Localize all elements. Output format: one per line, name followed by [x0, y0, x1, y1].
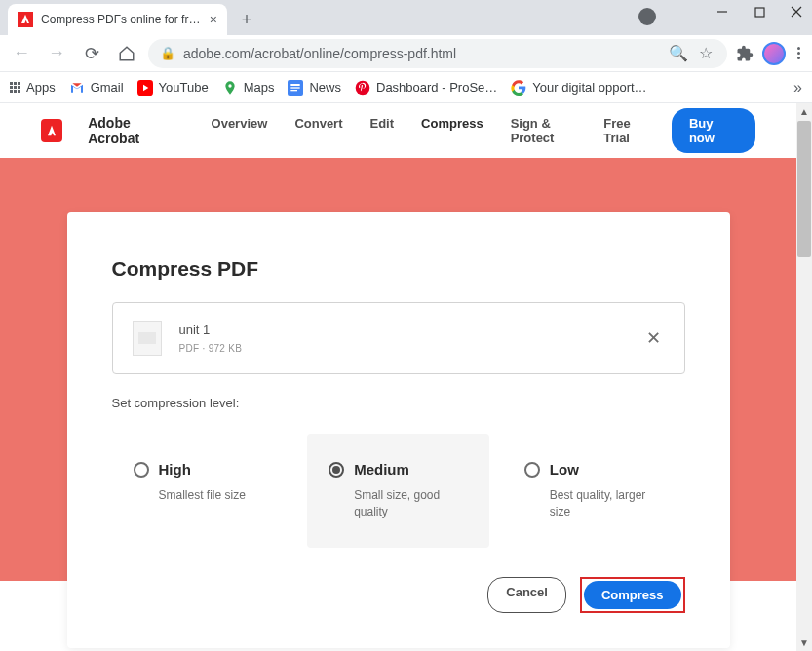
bookmark-label: News [309, 80, 341, 95]
url-text: adobe.com/acrobat/online/compress-pdf.ht… [183, 46, 661, 61]
bookmark-maps[interactable]: Maps [222, 80, 275, 96]
svg-point-6 [228, 84, 231, 87]
bookmark-apps[interactable]: Apps [10, 80, 56, 95]
bookmark-label: YouTube [159, 80, 209, 95]
bookmark-opportunity[interactable]: Your digital opport… [511, 80, 646, 96]
bookmark-label: Dashboard - ProSe… [376, 80, 497, 95]
svg-rect-10 [291, 90, 298, 91]
option-desc: Small size, good quality [354, 487, 468, 520]
address-bar-row: ← → ⟳ 🔒 adobe.com/acrobat/online/compres… [0, 35, 812, 72]
radio-high[interactable] [134, 462, 149, 478]
zoom-icon[interactable]: 🔍 [669, 44, 688, 63]
buy-now-button[interactable]: Buy now [672, 108, 755, 153]
bookmark-star-icon[interactable]: ☆ [696, 44, 715, 63]
svg-rect-8 [291, 84, 300, 86]
browser-titlebar: Compress PDFs online for free | A × + [0, 0, 812, 35]
reload-button[interactable]: ⟳ [78, 40, 105, 67]
forward-button[interactable]: → [43, 40, 70, 67]
gmail-icon [69, 80, 85, 96]
nav-sign[interactable]: Sign & Protect [511, 116, 577, 145]
bookmark-gmail[interactable]: Gmail [69, 80, 124, 96]
address-bar[interactable]: 🔒 adobe.com/acrobat/online/compress-pdf.… [148, 39, 727, 68]
page-viewport: Adobe Acrobat Overview Convert Edit Comp… [0, 103, 812, 651]
hero-section: Compress PDF unit 1 PDF · 972 KB ✕ Set c… [0, 158, 796, 651]
radio-medium[interactable] [329, 462, 344, 478]
new-tab-button[interactable]: + [233, 6, 260, 33]
nav-convert[interactable]: Convert [294, 116, 342, 145]
close-window-button[interactable] [789, 4, 804, 19]
brand-label: Adobe Acrobat [88, 115, 177, 146]
maps-icon [222, 80, 238, 96]
bookmark-label: Gmail [91, 80, 124, 95]
nav-trial[interactable]: Free Trial [603, 116, 646, 145]
site-nav: Overview Convert Edit Compress Sign & Pr… [212, 116, 646, 145]
maximize-button[interactable] [752, 4, 767, 19]
bookmark-label: Maps [244, 80, 275, 95]
tab-close-icon[interactable]: × [210, 12, 217, 27]
option-desc: Best quality, larger size [550, 487, 664, 520]
compress-button[interactable]: Compress [584, 581, 681, 609]
option-low[interactable]: Low Best quality, larger size [503, 434, 685, 548]
bookmark-news[interactable]: News [288, 80, 341, 96]
bookmark-dashboard[interactable]: Dashboard - ProSe… [355, 80, 497, 96]
option-title: Low [550, 461, 579, 478]
bookmark-label: Apps [26, 80, 56, 95]
nav-compress[interactable]: Compress [421, 116, 483, 145]
bookmarks-bar: Apps Gmail YouTube Maps News Dashboard -… [0, 72, 812, 103]
file-info: unit 1 PDF · 972 KB [179, 323, 625, 354]
adobe-logo-icon[interactable] [41, 119, 62, 142]
youtube-icon [137, 80, 153, 96]
compression-options: High Smallest file size Medium Small siz… [112, 434, 685, 548]
scroll-thumb[interactable] [797, 121, 811, 257]
site-header: Adobe Acrobat Overview Convert Edit Comp… [0, 103, 796, 158]
option-high[interactable]: High Smallest file size [112, 434, 294, 548]
browser-tab[interactable]: Compress PDFs online for free | A × [8, 4, 227, 35]
option-desc: Smallest file size [159, 487, 273, 504]
back-button[interactable]: ← [8, 40, 35, 67]
pinterest-icon [355, 80, 370, 96]
svg-rect-9 [291, 87, 300, 88]
home-button[interactable] [113, 40, 140, 67]
google-icon [511, 80, 526, 96]
tab-title: Compress PDFs online for free | A [41, 13, 202, 26]
adobe-favicon [18, 12, 33, 27]
apps-grid-icon [10, 82, 20, 93]
window-controls [715, 4, 804, 19]
option-medium[interactable]: Medium Small size, good quality [307, 434, 489, 548]
lock-icon: 🔒 [160, 46, 175, 60]
browser-menu-button[interactable] [793, 43, 804, 63]
cancel-button[interactable]: Cancel [487, 577, 566, 613]
card-title: Compress PDF [112, 257, 685, 281]
remove-file-button[interactable]: ✕ [642, 324, 665, 353]
compress-button-highlight: Compress [580, 577, 685, 613]
radio-low[interactable] [524, 462, 540, 478]
scroll-up-icon[interactable]: ▲ [799, 106, 809, 117]
option-title: Medium [354, 461, 409, 478]
selected-file-box: unit 1 PDF · 972 KB ✕ [112, 302, 685, 374]
compress-card: Compress PDF unit 1 PDF · 972 KB ✕ Set c… [67, 212, 730, 648]
compression-level-label: Set compression level: [112, 396, 685, 410]
option-title: High [159, 461, 191, 478]
news-icon [288, 80, 303, 96]
bookmarks-overflow-icon[interactable]: » [793, 79, 802, 96]
scroll-down-icon[interactable]: ▼ [799, 637, 809, 648]
bookmark-youtube[interactable]: YouTube [137, 80, 209, 96]
profile-avatar[interactable] [762, 42, 786, 65]
minimize-button[interactable] [715, 4, 730, 19]
bookmark-label: Your digital opport… [532, 80, 646, 95]
nav-overview[interactable]: Overview [212, 116, 268, 145]
profile-indicator-icon[interactable] [638, 8, 656, 25]
file-name: unit 1 [179, 323, 625, 337]
card-actions: Cancel Compress [112, 577, 685, 613]
svg-rect-2 [755, 8, 764, 17]
vertical-scrollbar[interactable]: ▲ ▼ [796, 103, 812, 651]
extensions-icon[interactable] [735, 44, 754, 63]
file-meta: PDF · 972 KB [179, 343, 625, 354]
nav-edit[interactable]: Edit [370, 116, 395, 145]
file-thumbnail-icon [133, 321, 162, 356]
